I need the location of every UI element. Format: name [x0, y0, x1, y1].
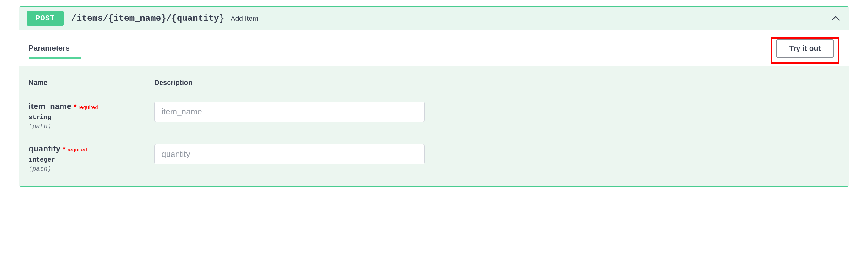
parameter-name: item_name [29, 101, 71, 111]
parameters-body: Name Description item_name * required st… [19, 66, 849, 173]
try-it-out-button[interactable]: Try it out [776, 39, 834, 58]
parameter-in: (path) [29, 123, 154, 130]
parameter-row: item_name * required string (path) [29, 101, 839, 130]
parameter-input-item-name[interactable] [154, 101, 425, 122]
operation-block: POST /items/{item_name}/{quantity} Add I… [19, 6, 849, 187]
parameter-input-quantity[interactable] [154, 144, 425, 165]
operation-summary: Add Item [231, 14, 258, 23]
operation-header[interactable]: POST /items/{item_name}/{quantity} Add I… [19, 7, 849, 30]
column-name-header: Name [29, 79, 154, 87]
required-star-icon: * [63, 145, 66, 153]
required-label: required [68, 147, 87, 153]
parameter-type: integer [29, 156, 154, 164]
parameters-table-header: Name Description [29, 79, 839, 92]
parameter-type: string [29, 114, 154, 121]
chevron-up-icon[interactable] [830, 13, 841, 24]
parameter-row: quantity * required integer (path) [29, 144, 839, 173]
column-description-header: Description [154, 79, 839, 87]
parameter-in: (path) [29, 165, 154, 173]
parameters-section-header: Parameters Try it out [19, 30, 849, 66]
operation-path: /items/{item_name}/{quantity} [71, 13, 224, 23]
try-it-out-highlight: Try it out [771, 37, 839, 64]
required-star-icon: * [74, 103, 77, 111]
parameter-name: quantity [29, 144, 60, 154]
http-method-badge: POST [27, 11, 64, 26]
tab-parameters[interactable]: Parameters [29, 44, 70, 59]
required-label: required [78, 104, 98, 111]
